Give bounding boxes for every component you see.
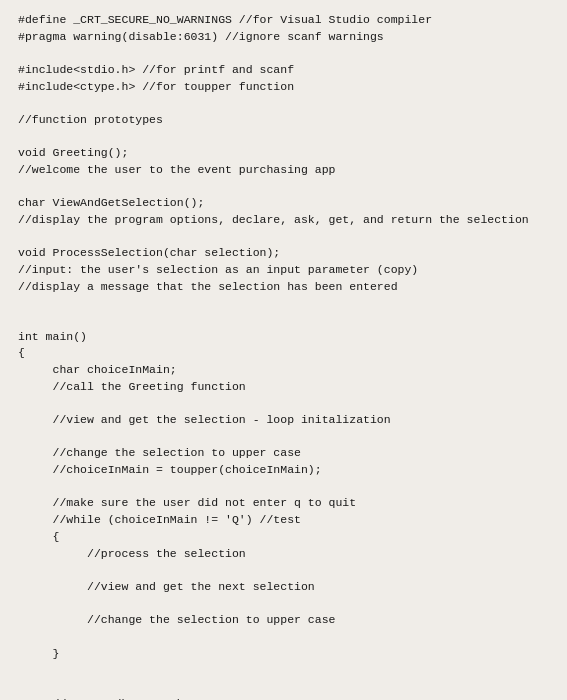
code-line: void ProcessSelection(char selection); [18, 245, 549, 262]
code-line: //choiceInMain = toupper(choiceInMain); [18, 462, 549, 479]
code-line: #include<ctype.h> //for toupper function [18, 79, 549, 96]
code-line: //call the Greeting function [18, 379, 549, 396]
code-content: #define _CRT_SECURE_NO_WARNINGS //for Vi… [18, 12, 549, 700]
empty-line [18, 629, 549, 646]
empty-line [18, 229, 549, 246]
empty-line [18, 662, 549, 679]
code-line: //welcome the user to the event purchasi… [18, 162, 549, 179]
code-line: //display a message that the selection h… [18, 279, 549, 296]
empty-line [18, 295, 549, 312]
code-line: //input: the user's selection as an inpu… [18, 262, 549, 279]
code-line: { [18, 529, 549, 546]
code-line: //display the program options, declare, … [18, 212, 549, 229]
code-line: //while (choiceInMain != 'Q') //test [18, 512, 549, 529]
empty-line [18, 596, 549, 613]
empty-line [18, 479, 549, 496]
empty-line [18, 679, 549, 696]
code-line: int main() [18, 329, 549, 346]
code-line: //change the selection to upper case [18, 445, 549, 462]
empty-line [18, 179, 549, 196]
empty-line [18, 429, 549, 446]
empty-line [18, 312, 549, 329]
empty-line [18, 562, 549, 579]
code-line: #include<stdio.h> //for printf and scanf [18, 62, 549, 79]
code-line: void Greeting(); [18, 145, 549, 162]
code-line: char choiceInMain; [18, 362, 549, 379]
code-line: //say goodbye to the user [18, 696, 549, 700]
code-line: char ViewAndGetSelection(); [18, 195, 549, 212]
empty-line [18, 129, 549, 146]
code-line: //view and get the selection - loop init… [18, 412, 549, 429]
code-line: //process the selection [18, 546, 549, 563]
code-line: //view and get the next selection [18, 579, 549, 596]
code-line: //change the selection to upper case [18, 612, 549, 629]
code-editor: #define _CRT_SECURE_NO_WARNINGS //for Vi… [0, 0, 567, 700]
code-line: #pragma warning(disable:6031) //ignore s… [18, 29, 549, 46]
code-line: //make sure the user did not enter q to … [18, 495, 549, 512]
empty-line [18, 395, 549, 412]
code-line: //function prototypes [18, 112, 549, 129]
empty-line [18, 95, 549, 112]
code-line: #define _CRT_SECURE_NO_WARNINGS //for Vi… [18, 12, 549, 29]
empty-line [18, 45, 549, 62]
code-line: { [18, 345, 549, 362]
code-line: } [18, 646, 549, 663]
